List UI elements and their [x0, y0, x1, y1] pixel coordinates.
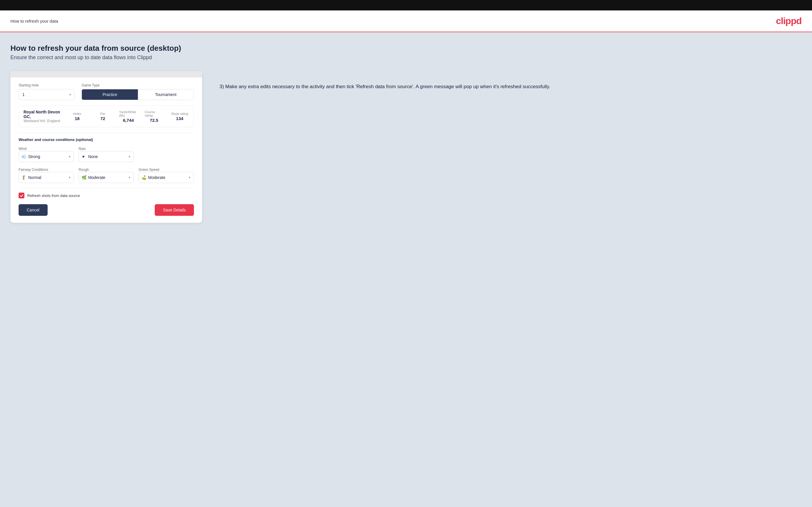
course-holes-stat: Holes 18	[68, 112, 87, 121]
page-heading: How to refresh your data from source (de…	[10, 44, 802, 53]
wind-group: Wind 💨 Strong Light Moderate None ▾	[18, 146, 74, 162]
rough-label: Rough	[79, 168, 89, 172]
game-type-label: Game Type	[82, 83, 194, 87]
course-location: Westward Ho!, England	[23, 119, 61, 123]
save-details-button[interactable]: Save Details	[155, 204, 194, 216]
practice-button[interactable]: Practice	[82, 89, 138, 100]
wind-select[interactable]: Strong Light Moderate None	[18, 151, 74, 162]
main-content: How to refresh your data from source (de…	[0, 32, 812, 507]
slope-rating-stat: Slope rating 134	[170, 112, 189, 121]
fairway-select[interactable]: Normal Soft Firm	[18, 172, 74, 183]
starting-hole-label: Starting Hole	[18, 83, 74, 87]
fairway-select-wrapper: 🏌 Normal Soft Firm ▾	[18, 172, 74, 183]
game-type-toggle: Practice Tournament	[82, 89, 194, 100]
side-text: 3) Make any extra edits necessary to the…	[219, 71, 802, 91]
top-bar	[0, 0, 812, 10]
course-rating-value: 72.5	[150, 118, 158, 123]
par-label: Par	[100, 112, 105, 115]
green-speed-group: Green Speed ⛳ Moderate Slow Fast ▾	[139, 167, 194, 183]
action-row: Cancel Save Details	[18, 204, 194, 216]
rough-group: Rough 🌿 Moderate Light Heavy ▾	[79, 167, 134, 183]
divider-2	[18, 188, 194, 188]
rough-select-wrapper: 🌿 Moderate Light Heavy ▾	[79, 172, 134, 183]
conditions-row-1: Wind 💨 Strong Light Moderate None ▾ Rain	[18, 146, 194, 162]
course-row: Royal North Devon GC, Westward Ho!, Engl…	[18, 105, 194, 127]
course-yards-stat: Yards/White (M)) 6,744	[119, 110, 138, 123]
cancel-button[interactable]: Cancel	[18, 204, 48, 216]
tournament-button[interactable]: Tournament	[138, 89, 194, 100]
rain-label: Rain	[79, 147, 86, 151]
starting-hole-select-wrapper: 1 2 10 ▾	[18, 89, 74, 100]
yards-value: 6,744	[123, 118, 134, 123]
rain-group: Rain ☀ None Light Heavy ▾	[79, 146, 134, 162]
logo: clippd	[776, 16, 802, 26]
wind-label: Wind	[18, 147, 27, 151]
green-speed-select-wrapper: ⛳ Moderate Slow Fast ▾	[139, 172, 194, 183]
page-subheading: Ensure the correct and most up to date d…	[10, 55, 802, 61]
fairway-group: Fairway Conditions 🏌 Normal Soft Firm ▾	[18, 167, 74, 183]
game-type-group: Game Type Practice Tournament	[82, 83, 194, 100]
slope-rating-label: Slope rating	[171, 112, 188, 115]
starting-hole-group: Starting Hole 1 2 10 ▾	[18, 83, 74, 100]
form-card: Starting Hole 1 2 10 ▾ Game Type Practic…	[10, 71, 202, 223]
header-title: How to refresh your data	[10, 18, 58, 23]
check-icon	[20, 194, 23, 198]
course-name: Royal North Devon GC,	[23, 110, 61, 119]
side-text-content: 3) Make any extra edits necessary to the…	[219, 83, 802, 91]
rain-select[interactable]: None Light Heavy	[79, 151, 134, 162]
form-top-strip	[10, 71, 202, 77]
rain-select-wrapper: ☀ None Light Heavy ▾	[79, 151, 134, 162]
course-par-stat: Par 72	[94, 112, 112, 121]
fairway-label: Fairway Conditions	[18, 168, 48, 172]
conditions-section-title: Weather and course conditions (optional)	[18, 137, 194, 142]
course-rating-stat: Course rating 72.5	[145, 110, 163, 123]
refresh-checkbox-row: Refresh shots from data source	[18, 192, 194, 199]
conditions-row-2: Fairway Conditions 🏌 Normal Soft Firm ▾ …	[18, 167, 194, 183]
par-value: 72	[100, 116, 105, 121]
header: How to refresh your data clippd	[0, 10, 812, 32]
holes-value: 18	[74, 116, 80, 121]
yards-label: Yards/White (M))	[119, 110, 138, 117]
slope-rating-value: 134	[176, 116, 183, 121]
two-col-layout: Starting Hole 1 2 10 ▾ Game Type Practic…	[10, 71, 802, 223]
holes-label: Holes	[73, 112, 81, 115]
rough-select[interactable]: Moderate Light Heavy	[79, 172, 134, 183]
course-rating-label: Course rating	[145, 110, 163, 117]
course-info: Royal North Devon GC, Westward Ho!, Engl…	[23, 110, 61, 123]
green-speed-select[interactable]: Moderate Slow Fast	[139, 172, 194, 183]
starting-hole-select[interactable]: 1 2 10	[18, 89, 74, 100]
divider	[18, 132, 194, 133]
refresh-checkbox-label: Refresh shots from data source	[27, 193, 80, 198]
green-speed-label: Green Speed	[139, 168, 159, 172]
wind-select-wrapper: 💨 Strong Light Moderate None ▾	[18, 151, 74, 162]
form-row-top: Starting Hole 1 2 10 ▾ Game Type Practic…	[18, 83, 194, 100]
refresh-checkbox[interactable]	[18, 192, 24, 199]
